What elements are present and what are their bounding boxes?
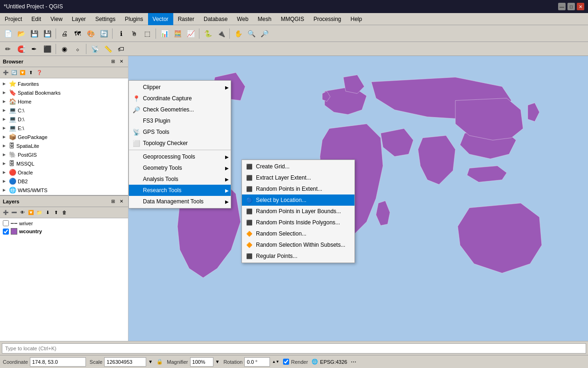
menu-topology-checker[interactable]: ⬜ Topology Checker [129, 138, 231, 149]
menu-edit[interactable]: Edit [27, 13, 46, 25]
browser-c[interactable]: ▶ 💻 C:\ [0, 106, 128, 115]
scale-input[interactable] [104, 357, 146, 367]
layers-delete-btn[interactable]: 🗑 [61, 209, 68, 216]
identify-btn[interactable]: ℹ [115, 28, 127, 40]
menu-clipper[interactable]: Clipper ▶ [129, 82, 231, 93]
plugin-btn[interactable]: 🔌 [215, 28, 227, 40]
maximize-button[interactable]: □ [567, 3, 575, 10]
browser-close-btn[interactable]: ✕ [118, 58, 125, 65]
save-btn[interactable]: 💾 [28, 28, 40, 40]
menu-layer[interactable]: Layer [67, 13, 91, 25]
layers-undock-btn[interactable]: ⊞ [109, 198, 117, 205]
close-button[interactable]: ✕ [577, 3, 584, 10]
browser-undock-btn[interactable]: ⊞ [109, 58, 117, 65]
browser-oracle[interactable]: ▶ 🔴 Oracle [0, 168, 128, 177]
menu-fs3[interactable]: FS3 Plugin [129, 115, 231, 126]
coordinate-input[interactable] [30, 357, 86, 367]
print2-btn[interactable]: 🗺 [71, 28, 84, 40]
minimize-button[interactable]: — [558, 3, 566, 10]
wriver-checkbox[interactable] [3, 220, 9, 226]
menu-help[interactable]: Help [346, 13, 367, 25]
print-btn[interactable]: 🖨 [58, 28, 71, 40]
layers-collapse-btn[interactable]: ⬆ [52, 209, 60, 216]
map-area[interactable]: Clipper ▶ 📍 Coordinate Capture 🔎 Check G… [128, 56, 588, 341]
calculator-btn[interactable]: 🧮 [171, 28, 184, 40]
browser-mssql[interactable]: ▶ 🗄 MSSQL [0, 159, 128, 168]
menu-research-tools[interactable]: Research Tools ▶ [129, 185, 231, 196]
layers-group-btn[interactable]: 📁 [35, 209, 43, 216]
layer-wcountry[interactable]: wcountry [0, 227, 128, 236]
browser-help-btn[interactable]: ❓ [35, 69, 43, 76]
style-btn[interactable]: 🎨 [85, 28, 97, 40]
select-btn[interactable]: 🖱 [128, 28, 140, 40]
measure-btn[interactable]: 📏 [102, 43, 114, 55]
submenu-random-selection[interactable]: 🔶 Random Selection... [242, 228, 354, 239]
layers-filter-btn[interactable]: 🔽 [27, 209, 35, 216]
menu-project[interactable]: Project [0, 13, 27, 25]
menu-raster[interactable]: Raster [173, 13, 199, 25]
layers-close-btn[interactable]: ✕ [118, 198, 125, 205]
browser-bookmarks[interactable]: ▶ 🔖 Spatial Bookmarks [0, 88, 128, 97]
menu-gps[interactable]: 📡 GPS Tools [129, 126, 231, 138]
browser-geopackage[interactable]: ▶ 📦 GeoPackage [0, 132, 128, 141]
search-input[interactable] [2, 343, 586, 354]
browser-home[interactable]: ▶ 🏠 Home [0, 97, 128, 106]
zoom-in-btn[interactable]: 🔍 [245, 28, 257, 40]
browser-collapse-btn[interactable]: ⬆ [27, 69, 35, 76]
label-btn[interactable]: 🏷 [115, 43, 127, 55]
attribute-table-btn[interactable]: 📊 [158, 28, 170, 40]
browser-refresh-btn[interactable]: 🔄 [10, 69, 18, 76]
submenu-extract-extent[interactable]: ⬛ Extract Layer Extent... [242, 172, 354, 183]
gps-btn[interactable]: 📡 [89, 43, 101, 55]
edit-btn[interactable]: ✏ [2, 43, 14, 55]
layers-remove-btn[interactable]: ➖ [10, 209, 18, 216]
save-as-btn[interactable]: 💾 [41, 28, 53, 40]
pan-btn[interactable]: ✋ [232, 28, 244, 40]
vertex-btn[interactable]: ⬦ [71, 43, 84, 55]
submenu-create-grid[interactable]: ⬛ Create Grid... [242, 161, 354, 172]
menu-vector[interactable]: Vector [148, 13, 173, 25]
browser-add-btn[interactable]: ➕ [2, 69, 9, 76]
browser-favorites[interactable]: ▶ ⭐ Favorites [0, 79, 128, 88]
layer-wriver[interactable]: wriver [0, 219, 128, 227]
render-checkbox[interactable] [283, 359, 289, 365]
submenu-random-inside-polygons[interactable]: ⬛ Random Points Inside Polygons... [242, 217, 354, 228]
digitize-btn[interactable]: ✒ [28, 43, 40, 55]
menu-geometry-tools[interactable]: Geometry Tools ▶ [129, 162, 231, 174]
shape-btn[interactable]: ⬛ [41, 43, 53, 55]
submenu-regular-points[interactable]: ⬛ Regular Points... [242, 250, 354, 262]
browser-db2[interactable]: ▶ 🔵 DB2 [0, 177, 128, 186]
menu-settings[interactable]: Settings [91, 13, 120, 25]
scale-dropdown-btn[interactable]: ▼ [148, 359, 153, 364]
menu-mesh[interactable]: Mesh [253, 13, 276, 25]
menu-plugins[interactable]: Plugins [120, 13, 148, 25]
deselect-btn[interactable]: ⬚ [141, 28, 153, 40]
zoom-out-btn[interactable]: 🔎 [258, 28, 270, 40]
submenu-random-selection-subsets[interactable]: 🔶 Random Selection Within Subsets... [242, 239, 354, 250]
menu-check-geometries[interactable]: 🔎 Check Geometries... [129, 104, 231, 115]
epsg-field[interactable]: 🌐 EPSG:4326 [312, 359, 347, 365]
menu-mmqgis[interactable]: MMQGIS [276, 13, 309, 25]
browser-spatialite[interactable]: ▶ 🗄 SpatiaLite [0, 141, 128, 150]
submenu-select-by-location[interactable]: 🔵 Select by Location... [242, 194, 354, 206]
submenu-random-layer-bounds[interactable]: ⬛ Random Points in Layer Bounds... [242, 206, 354, 217]
magnifier-slider-btn[interactable]: ▼ [215, 359, 220, 364]
layers-expand-btn[interactable]: ⬇ [44, 209, 51, 216]
menu-database[interactable]: Database [199, 13, 232, 25]
layers-add-btn[interactable]: ➕ [2, 209, 9, 216]
layers-show-all-btn[interactable]: 👁 [19, 209, 26, 216]
wcountry-checkbox[interactable] [3, 229, 9, 235]
menu-data-management[interactable]: Data Management Tools ▶ [129, 196, 231, 207]
menu-coordinate-capture[interactable]: 📍 Coordinate Capture [129, 93, 231, 104]
rotation-input[interactable] [244, 357, 270, 367]
rotation-up-btn[interactable]: ▲▼ [272, 360, 279, 364]
browser-wms[interactable]: ▶ 🌐 WMS/WMTS [0, 186, 128, 194]
menu-analysis-tools[interactable]: Analysis Tools ▶ [129, 174, 231, 185]
menu-processing[interactable]: Processing [309, 13, 346, 25]
status-menu-btn[interactable]: ⋯ [351, 359, 356, 365]
submenu-random-points-extent[interactable]: ⬛ Random Points in Extent... [242, 183, 354, 194]
browser-filter-btn[interactable]: 🔽 [19, 69, 26, 76]
browser-d[interactable]: ▶ 💻 D:\ [0, 115, 128, 124]
open-btn[interactable]: 📂 [15, 28, 27, 40]
refresh-btn[interactable]: 🔄 [98, 28, 110, 40]
